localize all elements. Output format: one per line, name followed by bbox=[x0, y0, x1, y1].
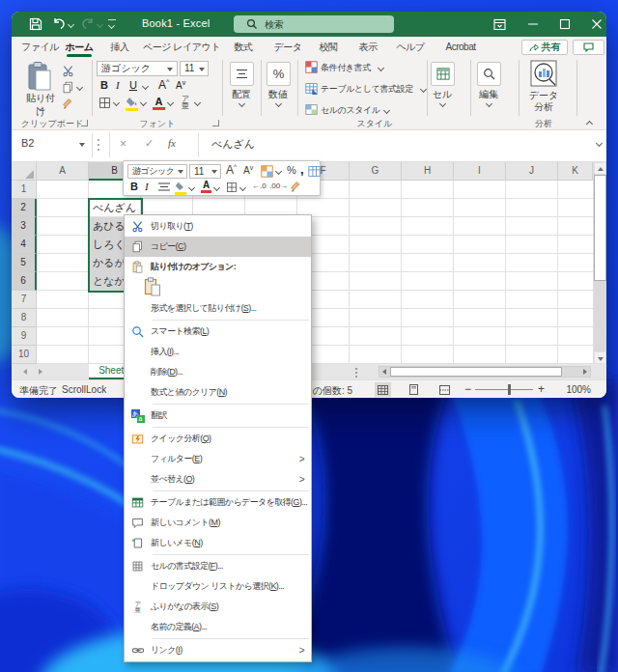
context-menu-item-delete[interactable]: 削除(D)... bbox=[125, 362, 311, 382]
phonetic-dropdown-icon[interactable] bbox=[194, 99, 201, 106]
row-header-5[interactable]: 5 bbox=[12, 254, 37, 272]
mini-fill-color-button[interactable] bbox=[175, 182, 186, 195]
data-analysis-button[interactable]: データ 分析 bbox=[527, 59, 560, 115]
select-all-corner[interactable] bbox=[12, 162, 37, 181]
view-normal-button[interactable] bbox=[375, 382, 391, 397]
tab-scrollbar-splitter[interactable] bbox=[355, 368, 357, 370]
clipboard-dialog-launcher[interactable] bbox=[81, 120, 88, 126]
comments-button[interactable] bbox=[573, 40, 604, 55]
redo-button[interactable] bbox=[81, 17, 95, 31]
column-header-H[interactable]: H bbox=[402, 162, 454, 181]
cell-styles-button[interactable] bbox=[305, 103, 318, 118]
underline-button[interactable]: U bbox=[129, 79, 137, 91]
row-header-10[interactable]: 10 bbox=[12, 346, 37, 364]
name-box[interactable]: B2 bbox=[21, 137, 34, 149]
context-menu-item-paste-special[interactable]: 形式を選択して貼り付け(S)... bbox=[125, 298, 311, 319]
cancel-icon[interactable]: × bbox=[120, 137, 126, 151]
mini-borders-button[interactable] bbox=[226, 182, 238, 193]
customize-toolbar-icon[interactable] bbox=[108, 19, 116, 21]
column-header-A[interactable]: A bbox=[37, 162, 89, 181]
save-icon[interactable] bbox=[29, 17, 42, 31]
context-menu-item-copy[interactable]: コピー(C) bbox=[125, 237, 311, 257]
context-menu-item-paste-options[interactable]: 貼り付けのオプション: bbox=[125, 257, 311, 277]
tab-formulas[interactable]: 数式 bbox=[226, 37, 261, 58]
name-box-dropdown-icon[interactable] bbox=[79, 143, 85, 147]
context-menu-item-cut[interactable]: 切り取り(T) bbox=[125, 216, 311, 237]
font-name-combo[interactable]: 游ゴシック bbox=[97, 61, 178, 76]
zoom-percentage[interactable]: 100% bbox=[546, 384, 591, 395]
cut-button[interactable] bbox=[62, 65, 74, 77]
column-header-G[interactable]: G bbox=[350, 162, 402, 181]
view-page-break-button[interactable] bbox=[436, 382, 453, 397]
row-header-9[interactable]: 9 bbox=[12, 327, 37, 346]
cell-B6[interactable]: となか bbox=[93, 272, 126, 291]
mini-font-size-combo[interactable]: 11 bbox=[189, 164, 221, 179]
context-menu-item-phonetic-guide[interactable]: ア亜ふりがなの表示(S) bbox=[125, 597, 311, 617]
italic-button[interactable]: I bbox=[116, 79, 120, 91]
hscroll-thumb[interactable] bbox=[390, 367, 562, 377]
zoom-in-button[interactable]: + bbox=[538, 382, 545, 396]
context-menu-item-new-comment[interactable]: 新しいコメント(M) bbox=[125, 513, 311, 533]
underline-dropdown-icon[interactable] bbox=[142, 83, 149, 90]
context-menu-item-translate[interactable]: あa翻訳 bbox=[125, 406, 311, 426]
tab-review[interactable]: 校閲 bbox=[311, 37, 346, 58]
sheet-next-icon[interactable] bbox=[39, 369, 42, 375]
ribbon-display-options-button[interactable] bbox=[485, 12, 514, 37]
context-menu-item-sort[interactable]: 並べ替え(O)> bbox=[125, 469, 311, 490]
mini-decrease-font-button[interactable]: Av bbox=[243, 164, 253, 176]
phonetic-button[interactable]: ア亜 bbox=[182, 96, 189, 109]
fill-color-button[interactable] bbox=[126, 97, 138, 111]
borders-button[interactable] bbox=[98, 97, 111, 109]
cell-B4[interactable]: しろく bbox=[93, 236, 126, 254]
mini-align-center-button[interactable] bbox=[158, 182, 170, 192]
context-menu-item-link[interactable]: リンク(I)> bbox=[125, 640, 311, 660]
context-menu-item-quick-analysis[interactable]: クイック分析(Q) bbox=[125, 429, 311, 449]
context-menu-item-clear-contents[interactable]: 数式と値のクリア(N) bbox=[125, 382, 311, 403]
mini-font-name-combo[interactable]: 游ゴシック bbox=[127, 164, 187, 179]
context-menu-item-insert[interactable]: 挿入(I)... bbox=[125, 342, 311, 362]
font-color-button[interactable]: A bbox=[153, 96, 165, 110]
undo-button[interactable] bbox=[52, 17, 66, 31]
tab-data[interactable]: データ bbox=[268, 37, 307, 58]
column-header-K[interactable]: K bbox=[558, 162, 593, 181]
column-header-I[interactable]: I bbox=[454, 162, 506, 181]
row-header-8[interactable]: 8 bbox=[12, 309, 37, 327]
format-as-table-button[interactable] bbox=[305, 82, 318, 97]
copy-button[interactable] bbox=[62, 81, 74, 94]
cell-B5[interactable]: かるが bbox=[93, 254, 126, 272]
row-header-6[interactable]: 6 bbox=[12, 272, 37, 291]
context-menu-item-format-cells[interactable]: セルの書式設定(F)... bbox=[125, 556, 311, 576]
mini-decrease-decimal-button[interactable]: .00→ bbox=[269, 182, 288, 190]
search-box[interactable]: 検索 bbox=[234, 15, 394, 33]
vscroll-thumb[interactable] bbox=[594, 175, 606, 281]
scroll-down-button[interactable] bbox=[594, 351, 606, 364]
mini-format-painter-button[interactable] bbox=[290, 181, 302, 193]
context-menu-item-paste-keep-source-formatting[interactable] bbox=[125, 277, 311, 298]
tab-help[interactable]: ヘルプ bbox=[392, 37, 429, 58]
column-header-J[interactable]: J bbox=[506, 162, 558, 181]
conditional-formatting-button[interactable] bbox=[305, 61, 318, 74]
redo-dropdown-icon[interactable] bbox=[97, 21, 103, 28]
row-header-7[interactable]: 7 bbox=[12, 291, 37, 309]
mini-italic-button[interactable]: I bbox=[145, 181, 149, 192]
minimize-button[interactable] bbox=[519, 12, 548, 37]
view-page-layout-button[interactable] bbox=[406, 382, 422, 397]
font-size-combo[interactable]: 11 bbox=[180, 61, 209, 76]
formula-bar-resize-handle[interactable] bbox=[98, 139, 99, 141]
context-menu-item-get-data-from-table[interactable]: テーブルまたは範囲からデータを取得(G)... bbox=[125, 492, 311, 513]
number-format-button[interactable]: % bbox=[267, 62, 291, 86]
insert-function-icon[interactable]: fx bbox=[168, 137, 176, 149]
enter-icon[interactable]: ✓ bbox=[145, 137, 154, 150]
zoom-slider-thumb[interactable] bbox=[508, 384, 511, 395]
mini-percent-button[interactable]: % bbox=[287, 164, 296, 176]
row-header-2[interactable]: 2 bbox=[12, 199, 37, 217]
mini-bold-button[interactable]: B bbox=[130, 181, 138, 192]
maximize-button[interactable] bbox=[550, 12, 579, 37]
zoom-out-button[interactable]: − bbox=[464, 382, 471, 396]
context-menu-item-define-name[interactable]: 名前の定義(A)... bbox=[125, 617, 311, 637]
mini-increase-decimal-button[interactable]: ←.0 bbox=[252, 182, 267, 190]
font-color-dropdown-icon[interactable] bbox=[167, 99, 174, 106]
context-menu-item-smart-lookup[interactable]: スマート検索(L) bbox=[125, 322, 311, 342]
mini-font-color-button[interactable]: A bbox=[201, 180, 211, 193]
tab-page-layout[interactable]: ページ レイアウト bbox=[143, 37, 220, 58]
